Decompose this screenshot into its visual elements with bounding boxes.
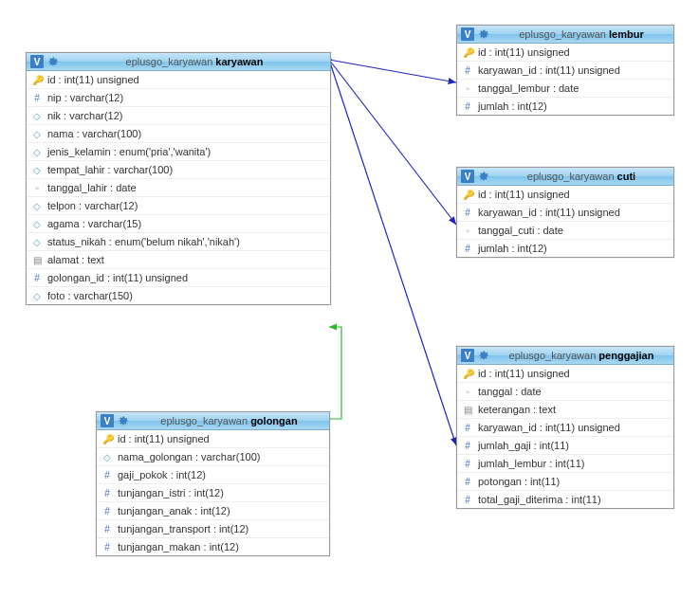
gear-icon[interactable] [478,350,489,361]
column-row[interactable]: #jumlah_lembur : int(11) [457,454,673,472]
column-text: tunjangan_anak : int(12) [118,505,230,516]
num-icon: # [102,542,112,553]
table-header[interactable]: V eplusgo_karyawan penggajian [457,347,673,365]
gear-icon[interactable] [478,28,489,40]
column-text: tanggal_lahir : date [47,182,137,193]
num-icon: # [463,477,472,487]
column-row[interactable]: ▫tanggal_lembur : date [457,79,673,97]
column-row[interactable]: ◇jenis_kelamin : enum('pria','wanita') [27,142,330,160]
column-text: nama_golongan : varchar(100) [118,451,260,462]
column-text: gaji_pokok : int(12) [118,469,206,480]
column-row[interactable]: ▫tanggal : date [457,382,673,400]
column-row[interactable]: ◇nama : varchar(100) [27,124,330,142]
column-row[interactable]: #karyawan_id : int(11) unsigned [457,418,673,436]
view-icon[interactable]: V [461,170,474,183]
column-row[interactable]: ◇nama_golongan : varchar(100) [97,447,329,465]
column-row[interactable]: ◇tempat_lahir : varchar(100) [27,160,330,178]
key-icon: 🔑 [102,434,112,444]
column-row[interactable]: #jumlah : int(12) [457,97,673,115]
column-row[interactable]: 🔑id : int(11) unsigned [27,71,330,88]
column-text: golongan_id : int(11) unsigned [47,272,188,283]
dia-icon: ◇ [32,237,42,247]
column-text: nama : varchar(100) [47,128,141,139]
column-text: jenis_kelamin : enum('pria','wanita') [47,146,211,157]
num-icon: # [463,101,472,112]
column-row[interactable]: #tunjangan_makan : int(12) [97,537,329,555]
table-title: eplusgo_karyawan lembur [493,28,670,40]
column-list: 🔑id : int(11) unsigned#karyawan_id : int… [457,186,673,257]
column-text: jumlah : int(12) [478,243,547,254]
view-icon[interactable]: V [461,27,474,41]
gear-icon[interactable] [47,56,59,67]
column-text: id : int(11) unsigned [478,368,570,379]
dia-icon: ◇ [32,291,42,301]
column-text: karyawan_id : int(11) unsigned [478,422,620,433]
column-row[interactable]: ◇status_nikah : enum('belum nikah','nika… [27,232,330,250]
table-karyawan[interactable]: V eplusgo_karyawan karyawan 🔑id : int(11… [26,52,331,305]
column-text: tempat_lahir : varchar(100) [47,164,173,175]
dia-icon: ◇ [102,452,112,462]
column-row[interactable]: ◇nik : varchar(12) [27,106,330,124]
column-row[interactable]: #tunjangan_transport : int(12) [97,519,329,537]
column-text: karyawan_id : int(11) unsigned [478,64,620,76]
column-text: karyawan_id : int(11) unsigned [478,207,620,218]
column-text: potongan : int(11) [478,476,560,487]
table-header[interactable]: V eplusgo_karyawan golongan [97,412,329,430]
column-row[interactable]: #karyawan_id : int(11) unsigned [457,203,673,221]
column-text: jumlah_gaji : int(11) [478,440,569,451]
column-row[interactable]: #karyawan_id : int(11) unsigned [457,61,673,79]
column-row[interactable]: 🔑id : int(11) unsigned [457,44,673,61]
view-icon[interactable]: V [30,55,44,68]
column-row[interactable]: #golongan_id : int(11) unsigned [27,268,330,286]
column-row[interactable]: #nip : varchar(12) [27,88,330,106]
table-title: eplusgo_karyawan penggajian [493,350,670,361]
num-icon: # [102,470,112,480]
column-row[interactable]: #gaji_pokok : int(12) [97,465,329,483]
key-icon: 🔑 [463,47,472,58]
dia-icon: ◇ [32,165,42,175]
column-text: telpon : varchar(12) [47,200,138,211]
column-row[interactable]: 🔑id : int(11) unsigned [457,186,673,203]
column-row[interactable]: 🔑id : int(11) unsigned [457,365,673,382]
svg-line-4 [329,60,456,445]
column-row[interactable]: #potongan : int(11) [457,472,673,490]
column-text: tunjangan_transport : int(12) [118,523,248,534]
table-header[interactable]: V eplusgo_karyawan karyawan [27,53,330,71]
column-row[interactable]: 🔑id : int(11) unsigned [97,430,329,447]
column-row[interactable]: #jumlah_gaji : int(11) [457,436,673,454]
column-row[interactable]: ◇foto : varchar(150) [27,286,330,304]
table-cuti[interactable]: V eplusgo_karyawan cuti 🔑id : int(11) un… [456,167,674,258]
gear-icon[interactable] [478,171,489,182]
table-header[interactable]: V eplusgo_karyawan lembur [457,26,673,44]
view-icon[interactable]: V [101,414,114,427]
column-row[interactable]: ◇agama : varchar(15) [27,214,330,232]
table-penggajian[interactable]: V eplusgo_karyawan penggajian 🔑id : int(… [456,346,674,509]
column-row[interactable]: #tunjangan_istri : int(12) [97,483,329,501]
column-row[interactable]: #jumlah : int(12) [457,239,673,257]
svg-line-3 [329,60,456,225]
column-text: jumlah : int(12) [478,100,547,112]
table-header[interactable]: V eplusgo_karyawan cuti [457,168,673,186]
column-row[interactable]: ▤alamat : text [27,250,330,268]
column-list: 🔑id : int(11) unsigned#karyawan_id : int… [457,44,673,115]
column-row[interactable]: ◇telpon : varchar(12) [27,196,330,214]
num-icon: # [463,423,472,433]
table-title: eplusgo_karyawan karyawan [63,56,326,67]
num-icon: # [32,273,42,283]
column-row[interactable]: #total_gaji_diterima : int(11) [457,490,673,508]
column-row[interactable]: #tunjangan_anak : int(12) [97,501,329,519]
text-icon: ▤ [32,255,42,265]
column-text: total_gaji_diterima : int(11) [478,494,601,505]
column-row[interactable]: ▤keterangan : text [457,400,673,418]
view-icon[interactable]: V [461,349,474,362]
num-icon: # [463,65,472,76]
column-row[interactable]: ▫tanggal_cuti : date [457,221,673,239]
column-row[interactable]: ▫tanggal_lahir : date [27,178,330,196]
table-golongan[interactable]: V eplusgo_karyawan golongan 🔑id : int(11… [96,411,330,556]
column-list: 🔑id : int(11) unsigned◇nama_golongan : v… [97,430,329,555]
table-lembur[interactable]: V eplusgo_karyawan lembur 🔑id : int(11) … [456,25,674,116]
column-text: id : int(11) unsigned [478,189,570,200]
gear-icon[interactable] [118,415,129,426]
num-icon: # [463,495,472,505]
num-icon: # [463,208,472,218]
